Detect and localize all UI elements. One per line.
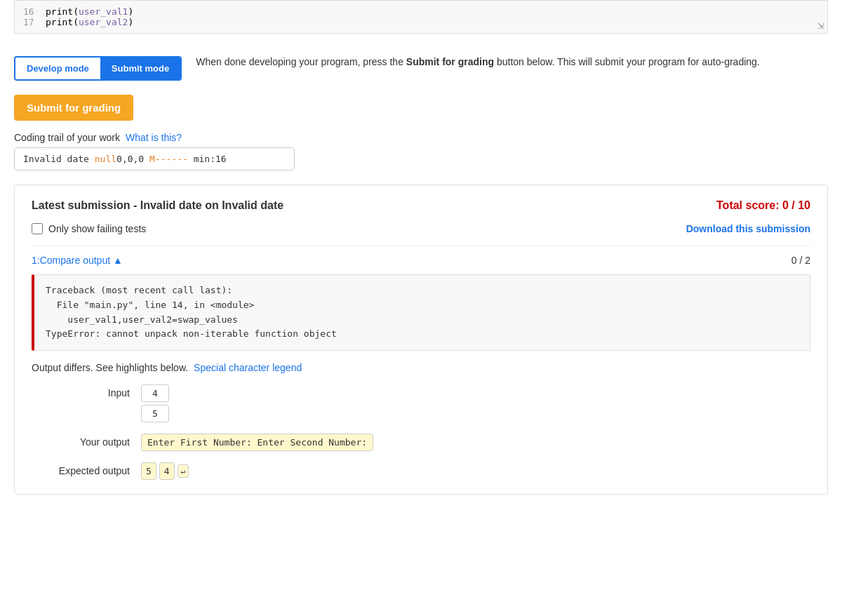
mode-section: Develop mode Submit mode When done devel… [14,48,828,81]
input-label: Input [46,384,130,399]
what-is-this-link[interactable]: What is this? [126,132,182,143]
coding-trail-label: Coding trail of your work [14,132,120,143]
code-line-17: print(user_val2) [46,17,133,27]
error-output-box: Traceback (most recent call last): File … [32,274,810,351]
input-value-line2: 5 [141,405,169,422]
only-failing-checkbox-label[interactable]: Only show failing tests [32,223,146,234]
submit-mode-button[interactable]: Submit mode [100,58,180,79]
coding-trail-label-row: Coding trail of your work What is this? [14,132,828,143]
coding-trail-value: Invalid date null0,0,0 M------ min:16 [14,147,295,170]
input-value-line1: 4 [141,384,169,402]
code-block-top: 16 print(user_val1) 17 print(user_val2) … [14,0,828,34]
io-grid: Input 4 5 Your output Enter First Number… [32,384,810,480]
special-character-legend-link[interactable]: Special character legend [194,362,302,373]
download-submission-link[interactable]: Download this submission [686,223,810,234]
input-value: 4 5 [141,384,169,422]
newline-symbol: ↵ [178,464,189,478]
expected-num1: 5 [141,462,156,480]
code-line-16: print(user_val1) [46,6,133,17]
compare-output-toggle[interactable]: 1:Compare output ▲ [32,255,123,266]
expected-num2: 4 [159,462,175,480]
submission-card: Latest submission - Invalid date on Inva… [14,185,828,495]
resize-handle-icon[interactable]: ⇲ [817,18,824,32]
expected-output-value: 5 4 ↵ [141,462,189,480]
only-failing-checkbox[interactable] [32,223,43,234]
develop-mode-button[interactable]: Develop mode [15,58,100,79]
compare-output-score: 0 / 2 [791,255,810,266]
output-differs-row: Output differs. See highlights below. Sp… [32,362,810,373]
output-differs-text: Output differs. See highlights below. [32,362,188,373]
only-failing-label: Only show failing tests [48,223,146,234]
chevron-up-icon: ▲ [113,255,123,266]
your-output-label: Your output [46,434,130,448]
your-output-row: Your output Enter First Number: Enter Se… [46,434,810,451]
line-num-17: 17 [23,17,37,27]
submission-header: Latest submission - Invalid date on Inva… [32,199,810,212]
expected-output-label: Expected output [46,462,130,476]
line-num-16: 16 [23,6,37,17]
coding-trail-section: Coding trail of your work What is this? … [14,132,828,170]
submission-title: Latest submission - Invalid date on Inva… [32,199,283,212]
submission-controls: Only show failing tests Download this su… [32,223,810,234]
mode-button-group: Develop mode Submit mode [14,56,182,81]
expected-output-row: Expected output 5 4 ↵ [46,462,810,480]
your-output-value: Enter First Number: Enter Second Number: [141,434,373,451]
input-row: Input 4 5 [46,384,810,422]
compare-output-header: 1:Compare output ▲ 0 / 2 [32,255,810,266]
compare-output-section: 1:Compare output ▲ 0 / 2 Traceback (most… [32,246,810,480]
mode-description: When done developing your program, press… [196,55,760,69]
submit-for-grading-button[interactable]: Submit for grading [14,95,133,121]
compare-output-title: 1:Compare output [32,255,110,266]
total-score: Total score: 0 / 10 [716,199,810,212]
